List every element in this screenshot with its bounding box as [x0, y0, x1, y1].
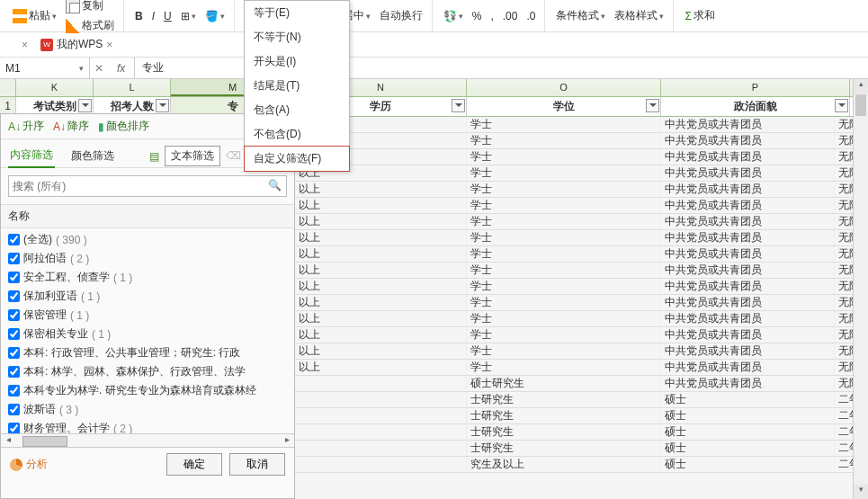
- cancel-button[interactable]: 取消: [229, 453, 285, 476]
- filter-btn-p[interactable]: [835, 99, 848, 112]
- filter-item[interactable]: 阿拉伯语 ( 2 ): [1, 249, 294, 268]
- ctx-item[interactable]: 自定义筛选(F): [244, 146, 350, 172]
- italic-button[interactable]: I: [148, 8, 158, 24]
- ctx-item[interactable]: 结尾是(T): [245, 74, 349, 98]
- filter-item[interactable]: 本科专业为林学. 研究生专业为森林培育或森林经: [1, 381, 294, 400]
- scroll-left-icon[interactable]: ◂: [1, 434, 15, 447]
- filter-checkbox[interactable]: [8, 385, 20, 397]
- tab-color-filter[interactable]: 颜色筛选: [69, 145, 116, 167]
- tab-prev-icon[interactable]: ×: [22, 39, 28, 51]
- table-row[interactable]: 士研究生硕士二年: [295, 424, 868, 441]
- percent-button[interactable]: %: [469, 8, 486, 24]
- filter-checkbox[interactable]: [8, 423, 20, 433]
- table-row[interactable]: 学士中共党员或共青团员无限: [295, 133, 868, 149]
- sum-button[interactable]: Σ求和: [681, 6, 718, 25]
- tab-close-icon[interactable]: ×: [106, 39, 112, 51]
- tab-mywps[interactable]: W 我的WPS ×: [35, 35, 118, 54]
- ctx-item[interactable]: 开头是(I): [245, 49, 349, 74]
- table-row[interactable]: 士研究生硕士二年: [295, 408, 868, 424]
- filter-item[interactable]: (全选) ( 390 ): [1, 230, 294, 249]
- filter-item[interactable]: 财务管理、会计学 ( 2 ): [1, 419, 294, 433]
- filter-hscroll[interactable]: ◂ ▸: [1, 433, 294, 448]
- scroll-down-icon[interactable]: ▾: [854, 485, 868, 499]
- sort-color-button[interactable]: ▮颜色排序: [98, 119, 149, 134]
- filter-checkbox[interactable]: [8, 347, 20, 359]
- ctx-item[interactable]: 包含(A): [245, 98, 349, 122]
- scroll-right-icon[interactable]: ▸: [280, 434, 294, 447]
- filter-checkbox[interactable]: [8, 253, 20, 264]
- name-box[interactable]: M1▾: [0, 58, 90, 78]
- table-row[interactable]: 以上学士中共党员或共青团员无限: [295, 343, 868, 360]
- table-row[interactable]: 士研究生硕士二年: [295, 392, 868, 408]
- ctx-item[interactable]: 等于(E): [245, 1, 349, 25]
- comma-button[interactable]: ,: [487, 8, 497, 24]
- inc-decimal-button[interactable]: .00: [499, 8, 522, 24]
- bold-button[interactable]: B: [131, 8, 147, 24]
- filter-search-input[interactable]: [8, 175, 287, 197]
- table-row[interactable]: 以上学士中共党员或共青团员无限: [295, 230, 868, 246]
- ok-button[interactable]: 确定: [166, 453, 222, 476]
- table-row[interactable]: 以上学士中共党员或共青团员无限: [295, 263, 868, 279]
- scroll-up-icon[interactable]: ▴: [854, 79, 868, 94]
- filter-item[interactable]: 安全工程、侦查学 ( 1 ): [1, 268, 294, 287]
- cond-format-button[interactable]: 条件格式▾: [552, 6, 609, 25]
- paste-button[interactable]: 粘贴▾: [9, 6, 60, 25]
- table-row[interactable]: 士研究生硕士二年: [295, 441, 868, 457]
- filter-checkbox[interactable]: [8, 290, 20, 302]
- table-row[interactable]: 以上学士中共党员或共青团员无限: [295, 360, 868, 376]
- ctx-item[interactable]: 不等于(N): [245, 25, 349, 49]
- analysis-button[interactable]: 分析: [10, 457, 48, 472]
- filter-item[interactable]: 波斯语 ( 3 ): [1, 400, 294, 419]
- filter-btn-k[interactable]: [78, 99, 92, 112]
- number-format-button[interactable]: 💱▾: [440, 8, 467, 24]
- filter-item[interactable]: 保加利亚语 ( 1 ): [1, 287, 294, 306]
- filter-checkbox[interactable]: [8, 272, 20, 283]
- cancel-edit-icon[interactable]: ✕: [90, 62, 108, 75]
- table-row[interactable]: 以上学士中共党员或共青团员无限: [295, 295, 868, 311]
- formula-input[interactable]: 专业: [135, 60, 171, 76]
- filter-btn-o[interactable]: [646, 99, 659, 112]
- format-painter-button[interactable]: 格式刷: [62, 16, 118, 35]
- filter-item[interactable]: 本科: 林学、园林、森林保护、行政管理、法学: [1, 362, 294, 381]
- table-row[interactable]: 究生及以上硕士二年: [295, 457, 868, 473]
- col-header-o[interactable]: O: [467, 79, 661, 96]
- table-row[interactable]: 以上学士中共党员或共青团员无限: [295, 214, 868, 230]
- filter-checkbox[interactable]: [8, 328, 20, 340]
- filter-checkbox[interactable]: [8, 404, 20, 415]
- ctx-item[interactable]: 不包含(D): [245, 122, 349, 147]
- filter-checkbox[interactable]: [8, 234, 20, 245]
- filter-item[interactable]: 保密管理 ( 1 ): [1, 306, 294, 325]
- col-header-p[interactable]: P: [661, 79, 850, 96]
- scroll-thumb[interactable]: [22, 436, 67, 447]
- fill-color-button[interactable]: 🪣▾: [201, 8, 228, 24]
- col-header-l[interactable]: L: [94, 79, 171, 96]
- col-header-k[interactable]: K: [16, 79, 94, 96]
- table-row[interactable]: 以上学士中共党员或共青团员无限: [295, 279, 868, 295]
- filter-checkbox[interactable]: [8, 309, 20, 321]
- table-row[interactable]: 以上学士中共党员或共青团员无限: [295, 165, 868, 182]
- filter-btn-l[interactable]: [156, 99, 169, 112]
- filter-item[interactable]: 本科: 行政管理、公共事业管理；研究生: 行政: [1, 343, 294, 362]
- table-row[interactable]: 硕士研究生中共党员或共青团员无限: [295, 376, 868, 392]
- sort-desc-button[interactable]: A↓降序: [53, 119, 89, 134]
- table-row[interactable]: 学士中共党员或共青团员无限: [295, 117, 868, 133]
- underline-button[interactable]: U: [160, 8, 175, 24]
- table-row[interactable]: 以上学士中共党员或共青团员无限: [295, 182, 868, 198]
- table-row[interactable]: 以上学士中共党员或共青团员无限: [295, 246, 868, 263]
- copy-button[interactable]: 复制: [62, 0, 118, 15]
- table-row[interactable]: 以上学士中共党员或共青团员无限: [295, 311, 868, 327]
- border-button[interactable]: ⊞▾: [177, 8, 200, 24]
- vertical-scrollbar[interactable]: ▴ ▾: [853, 79, 868, 499]
- fx-icon[interactable]: fx: [108, 58, 135, 78]
- auto-wrap-button[interactable]: 自动换行: [376, 6, 426, 25]
- dec-decimal-button[interactable]: .0: [523, 8, 539, 24]
- text-filter-button[interactable]: 文本筛选: [165, 146, 220, 166]
- select-all-corner[interactable]: [0, 79, 16, 96]
- table-row[interactable]: 以上学士中共党员或共青团员无限: [295, 198, 868, 214]
- sort-asc-button[interactable]: A↓升序: [8, 119, 44, 134]
- table-style-button[interactable]: 表格样式▾: [611, 6, 667, 25]
- filter-btn-n[interactable]: [452, 99, 465, 112]
- vscroll-thumb[interactable]: [855, 94, 866, 116]
- filter-checkbox[interactable]: [8, 366, 20, 378]
- table-row[interactable]: 以上学士中共党员或共青团员无限: [295, 149, 868, 165]
